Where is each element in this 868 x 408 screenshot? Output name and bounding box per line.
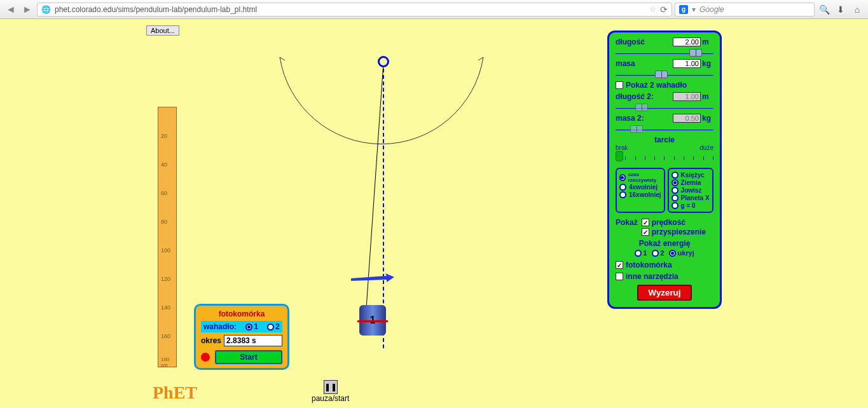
mass2-input: [673, 114, 701, 123]
show-pendulum-2-checkbox[interactable]: Pokaż 2 wahadło: [616, 81, 713, 90]
refresh-icon[interactable]: ⟳: [660, 4, 668, 15]
search-placeholder: Google: [699, 5, 724, 14]
body-jupiter-radio[interactable]: Jowisz: [672, 187, 710, 194]
body-panel: Księżyc Ziemia Jowisz Planeta X g = 0: [668, 168, 713, 213]
body-earth-radio[interactable]: Ziemia: [672, 179, 710, 186]
length2-slider: [616, 102, 713, 109]
length-input[interactable]: [673, 37, 701, 46]
record-icon: [201, 353, 210, 362]
globe-icon: 🌐: [41, 5, 51, 14]
show-label: Pokaż: [616, 218, 638, 227]
period-value: 2.8383 s: [224, 335, 282, 346]
ruler-mark: 160: [161, 333, 170, 339]
length-label: długość: [616, 37, 645, 46]
pendulum-bob[interactable]: 1: [359, 305, 386, 336]
mass2-slider: [616, 124, 713, 130]
photogate-pendulum-select: wahadło: 1 2: [201, 321, 282, 332]
about-button[interactable]: About...: [146, 25, 179, 36]
phet-logo: PhET: [153, 383, 197, 403]
forward-button[interactable]: ►: [20, 3, 34, 17]
google-icon: g: [679, 5, 688, 14]
bookmark-icon[interactable]: ☆: [649, 5, 656, 14]
pause-label: pauza/start: [312, 394, 349, 403]
velocity-arrow-icon: [350, 273, 394, 283]
friction-slider[interactable]: [616, 151, 713, 164]
speed-4x-radio[interactable]: 4xwolniej: [619, 184, 661, 191]
photogate-panel: fotokomórka wahadło: 1 2 okres 2.8383 s …: [194, 304, 289, 370]
ruler[interactable]: 20 40 60 80 100 120 140 160 180 cm: [158, 107, 177, 367]
search-button[interactable]: 🔍: [817, 3, 831, 17]
mass-label: masa: [616, 59, 635, 68]
energy-label: Pokaż energię: [616, 239, 713, 248]
speed-panel: czas rzeczywisty 4xwolniej 16xwolniej: [616, 168, 665, 213]
other-tools-checkbox[interactable]: inne narzędzia: [616, 272, 713, 281]
start-button[interactable]: Start: [215, 350, 282, 364]
mass-slider[interactable]: [616, 69, 713, 76]
body-moon-radio[interactable]: Księżyc: [672, 172, 710, 179]
body-planetx-radio[interactable]: Planeta X: [672, 194, 710, 201]
home-button[interactable]: ⌂: [850, 3, 864, 17]
speed-realtime-radio[interactable]: czas rzeczywisty: [619, 172, 661, 183]
ruler-mark: 20: [161, 133, 167, 139]
length-slider[interactable]: [616, 48, 713, 54]
body-g0-radio[interactable]: g = 0: [672, 202, 710, 209]
reset-button[interactable]: Wyzeruj: [637, 285, 692, 301]
ruler-mark: 80: [161, 219, 167, 225]
length2-label: długość 2:: [616, 92, 654, 101]
length2-input: [673, 92, 701, 101]
photogate-radio-2[interactable]: 2: [267, 322, 280, 331]
ruler-mark: 120: [161, 276, 170, 282]
search-bar[interactable]: g ▾ Google: [675, 3, 815, 17]
back-button[interactable]: ◄: [4, 3, 18, 17]
photogate-title: fotokomórka: [201, 309, 282, 318]
pause-start-control: ❚❚ pauza/start: [312, 380, 349, 403]
ruler-mark: 40: [161, 161, 167, 168]
accel-checkbox[interactable]: przyspieszenie: [642, 228, 706, 236]
url-bar[interactable]: 🌐 phet.colorado.edu/sims/pendulum-lab/pe…: [37, 3, 672, 17]
control-panel: długość m masa kg Pokaż 2 wahadło długoś…: [607, 31, 722, 309]
velocity-checkbox[interactable]: prędkość: [642, 218, 706, 227]
url-text: phet.colorado.edu/sims/pendulum-lab/pend…: [55, 5, 645, 14]
pivot-point: [378, 56, 389, 67]
pause-button[interactable]: ❚❚: [324, 380, 338, 394]
period-label: okres: [201, 336, 221, 345]
speed-16x-radio[interactable]: 16xwolniej: [619, 191, 661, 198]
friction-label: tarcie: [616, 135, 713, 144]
download-button[interactable]: ⬇: [834, 3, 848, 17]
energy-hide-radio[interactable]: ukryj: [669, 249, 694, 257]
ruler-mark: 60: [161, 190, 167, 196]
ruler-mark: 100: [161, 247, 170, 254]
photogate-radio-1[interactable]: 1: [245, 322, 258, 331]
pendulum-area: 1: [261, 38, 502, 343]
ruler-mark: 140: [161, 304, 170, 311]
energy-2-radio[interactable]: 2: [652, 249, 664, 257]
ruler-mark: 180 cm: [161, 357, 176, 368]
photogate-checkbox[interactable]: fotokomórka: [616, 261, 713, 269]
mass-input[interactable]: [673, 59, 701, 68]
energy-1-radio[interactable]: 1: [635, 249, 647, 257]
mass2-label: masa 2:: [616, 114, 644, 123]
